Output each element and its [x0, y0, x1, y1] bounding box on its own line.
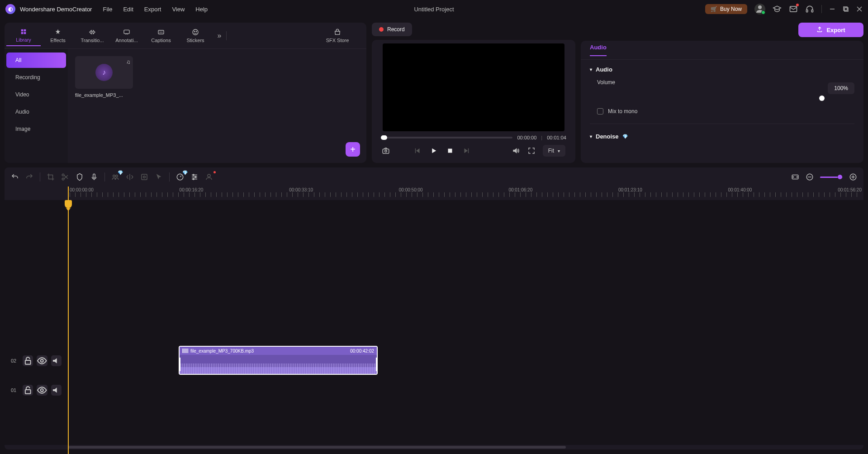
zoom-thumb[interactable] — [838, 175, 842, 179]
playhead[interactable] — [68, 186, 69, 454]
record-button[interactable]: Record — [372, 23, 412, 36]
timeline: 💎 💎 00:00:00:00 00:00:16:20 00:00:33:10 … — [5, 167, 863, 449]
volume-thumb[interactable] — [819, 96, 825, 101]
separator — [104, 172, 105, 182]
track-body-01[interactable] — [68, 381, 863, 399]
menu-edit[interactable]: Edit — [123, 6, 133, 13]
ruler-labels: 00:00:00:00 00:00:16:20 00:00:33:10 00:0… — [68, 186, 863, 192]
separator — [821, 5, 822, 13]
annotations-icon — [123, 29, 130, 36]
library-content: ♪ ♫ file_example_MP3_... + — [68, 49, 366, 163]
undo-button[interactable] — [11, 173, 19, 181]
menu-file[interactable]: File — [103, 6, 112, 13]
title-bar: ◐ Wondershare DemoCreator File Edit Expo… — [0, 0, 868, 18]
playhead-handle[interactable] — [65, 200, 72, 208]
track-mute-button[interactable] — [51, 355, 62, 366]
tab-audio-props[interactable]: Audio — [590, 44, 607, 56]
academy-icon[interactable] — [773, 5, 782, 14]
mix-mono-checkbox[interactable] — [597, 108, 603, 115]
tab-transitions[interactable]: Transitio... — [75, 26, 109, 46]
section-denoise-header[interactable]: ▾ Denoise 💎 — [590, 133, 854, 140]
track-lock-button[interactable] — [23, 385, 33, 396]
person-button[interactable] — [205, 173, 213, 181]
seek-slider[interactable] — [381, 137, 512, 139]
category-all[interactable]: All — [6, 53, 66, 68]
split-button[interactable] — [61, 173, 69, 181]
tab-annotations[interactable]: Annotati... — [109, 26, 144, 46]
timeline-scrollbar[interactable] — [5, 445, 863, 449]
timeline-ruler[interactable]: 00:00:00:00 00:00:16:20 00:00:33:10 00:0… — [5, 186, 863, 200]
fit-timeline-button[interactable] — [791, 173, 799, 181]
caret-down-icon: ▾ — [590, 67, 592, 72]
cursor-button[interactable] — [155, 173, 163, 181]
tab-stickers[interactable]: Stickers — [178, 26, 213, 46]
track-visibility-button[interactable] — [37, 355, 47, 366]
clip-trim-right[interactable] — [376, 358, 378, 371]
record-label: Record — [387, 26, 405, 33]
svg-point-43 — [41, 359, 43, 362]
track-visibility-button[interactable] — [37, 385, 47, 396]
svg-rect-18 — [415, 148, 416, 153]
menu-export[interactable]: Export — [144, 6, 161, 13]
tabs-more-button[interactable]: » — [213, 32, 226, 40]
voiceover-button[interactable] — [90, 173, 98, 181]
redo-button[interactable] — [25, 173, 33, 181]
buy-now-button[interactable]: 🛒 Buy Now — [705, 4, 747, 14]
track-body-02[interactable]: file_example_MP3_700KB.mp3 00:00:42:02 — [68, 345, 863, 377]
track-lock-button[interactable] — [23, 355, 33, 366]
category-recording[interactable]: Recording — [6, 70, 66, 85]
fullscreen-button[interactable] — [527, 147, 536, 155]
marker-button[interactable] — [76, 173, 84, 181]
clip-trim-left[interactable] — [179, 358, 180, 371]
tab-effects[interactable]: Effects — [41, 26, 75, 46]
volume-button[interactable] — [512, 147, 520, 155]
prev-frame-button[interactable] — [413, 147, 422, 155]
close-button[interactable] — [856, 6, 863, 12]
crop-button[interactable] — [47, 173, 55, 181]
video-preview[interactable] — [383, 43, 564, 131]
maximize-button[interactable] — [843, 6, 849, 12]
add-media-button[interactable]: + — [346, 142, 360, 157]
message-icon[interactable] — [789, 5, 798, 14]
freeze-button[interactable] — [140, 173, 148, 181]
stickers-icon — [192, 29, 199, 36]
adjust-button[interactable] — [190, 173, 199, 181]
play-button[interactable] — [430, 147, 438, 155]
user-avatar-button[interactable] — [754, 4, 765, 14]
project-title: Untitled Project — [414, 6, 454, 13]
headset-icon[interactable] — [805, 5, 814, 14]
volume-value[interactable]: 100% — [828, 82, 854, 94]
track-mute-button[interactable] — [51, 385, 62, 396]
zoom-in-button[interactable] — [849, 173, 857, 181]
preview-panel: Record 00:00:00 | 00:01:04 — [372, 23, 575, 163]
menu-help[interactable]: Help — [195, 6, 208, 13]
fit-dropdown[interactable]: Fit ▾ — [543, 145, 565, 157]
group-button[interactable]: 💎 — [111, 173, 119, 181]
mirror-button[interactable] — [126, 173, 134, 181]
mix-mono-row[interactable]: Mix to mono — [590, 108, 854, 115]
tab-captions[interactable]: Captions — [144, 26, 178, 46]
menu-view[interactable]: View — [172, 6, 185, 13]
audio-clip[interactable]: file_example_MP3_700KB.mp3 00:00:42:02 — [179, 346, 378, 375]
minimize-button[interactable] — [829, 6, 835, 12]
properties-panel: Audio ▾ Audio Volume 100% Mix to mono — [581, 41, 863, 163]
stop-button[interactable] — [446, 147, 454, 155]
zoom-slider[interactable] — [820, 177, 843, 178]
tab-sfx-store[interactable]: SFX Store — [310, 29, 365, 43]
next-frame-button[interactable] — [462, 147, 470, 155]
scrollbar-thumb[interactable] — [68, 446, 566, 449]
seek-thumb[interactable] — [381, 135, 387, 140]
category-audio[interactable]: Audio — [6, 104, 66, 119]
divider — [590, 124, 854, 124]
zoom-out-button[interactable] — [806, 173, 814, 181]
export-button[interactable]: Export — [798, 23, 863, 37]
properties-tabs: Audio — [581, 41, 863, 60]
category-image[interactable]: Image — [6, 121, 66, 137]
section-audio-header[interactable]: ▾ Audio — [590, 66, 854, 73]
snapshot-button[interactable] — [382, 147, 390, 155]
speed-button[interactable]: 💎 — [176, 173, 184, 181]
media-item[interactable]: ♪ ♫ — [75, 56, 133, 89]
svg-rect-26 — [142, 174, 147, 180]
tab-library[interactable]: Library — [6, 25, 41, 46]
category-video[interactable]: Video — [6, 87, 66, 102]
